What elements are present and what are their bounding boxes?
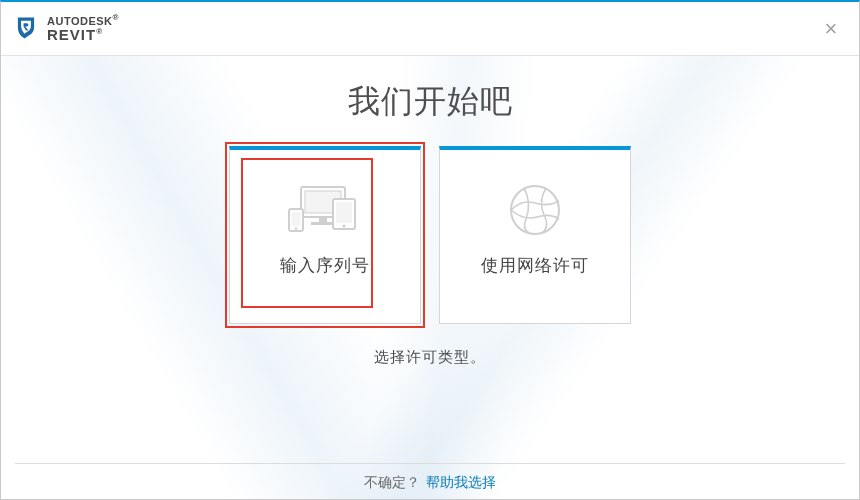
brand-text: AUTODESK® REVIT®	[47, 14, 119, 43]
card-wrap-serial: 输入序列号	[229, 146, 421, 324]
card-network-license[interactable]: 使用网络许可	[439, 146, 631, 324]
content-area: 我们开始吧	[1, 56, 859, 500]
activation-window: AUTODESK® REVIT® × 我们开始吧	[0, 0, 860, 500]
card-label: 使用网络许可	[481, 254, 589, 277]
svg-point-6	[342, 224, 345, 227]
card-label: 输入序列号	[280, 254, 370, 277]
close-icon: ×	[825, 16, 838, 42]
close-button[interactable]: ×	[817, 15, 845, 43]
brand-top-mark: ®	[113, 13, 119, 22]
globe-icon	[440, 176, 630, 244]
titlebar: AUTODESK® REVIT® ×	[1, 2, 859, 56]
page-title: 我们开始吧	[1, 56, 859, 124]
brand-block: AUTODESK® REVIT®	[13, 14, 119, 43]
svg-rect-8	[292, 212, 301, 226]
brand-bottom-mark: ®	[96, 27, 103, 36]
svg-point-10	[511, 186, 559, 234]
instruction-text: 选择许可类型。	[1, 348, 859, 367]
revit-logo-icon	[13, 15, 39, 41]
help-choose-link[interactable]: 帮助我选择	[426, 474, 496, 492]
svg-point-9	[295, 227, 298, 230]
card-wrap-network: 使用网络许可	[439, 146, 631, 324]
svg-rect-5	[336, 202, 352, 223]
svg-rect-3	[311, 222, 335, 225]
svg-rect-2	[319, 217, 327, 222]
footer-prompt: 不确定？	[364, 474, 420, 492]
card-serial-number[interactable]: 输入序列号	[229, 146, 421, 324]
footer: 不确定？ 帮助我选择	[15, 463, 845, 492]
brand-bottom: REVIT®	[47, 27, 119, 43]
devices-icon	[230, 176, 420, 244]
brand-bottom-text: REVIT	[47, 26, 96, 43]
brand-top-text: AUTODESK	[47, 15, 113, 27]
license-cards: 输入序列号 使用网络许可	[1, 146, 859, 324]
